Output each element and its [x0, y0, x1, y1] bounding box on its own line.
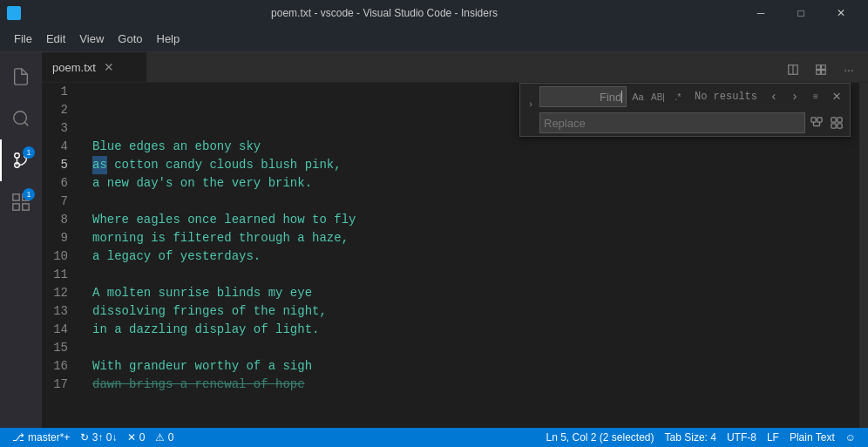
whole-word-button[interactable]: AB| [648, 87, 668, 106]
code-editor[interactable]: › Find Aa AB| .* No results ‹ › ≡ [42, 83, 868, 428]
menu-bar: File Edit View Goto Help [0, 26, 868, 52]
svg-rect-15 [822, 71, 826, 75]
branch-status[interactable]: ⎇ master*+ [7, 428, 75, 447]
code-line-17: dawn brings a renewal of hope [92, 376, 852, 394]
match-case-button[interactable]: Aa [628, 87, 648, 106]
find-cursor [621, 91, 622, 103]
find-close-button[interactable]: ✕ [827, 87, 846, 106]
svg-rect-14 [817, 71, 821, 75]
svg-line-2 [24, 122, 28, 125]
main-layout: 1 1 poem.txt ✕ [0, 52, 868, 428]
code-line-12: A molten sunrise blinds my eye [92, 284, 852, 302]
warnings-status[interactable]: ⚠ 0 [150, 428, 179, 447]
svg-rect-22 [837, 118, 842, 122]
menu-edit[interactable]: Edit [39, 26, 72, 52]
more-actions-button[interactable]: ··· [837, 58, 861, 82]
line-num-15: 15 [42, 339, 75, 357]
branch-icon: ⎇ [12, 431, 24, 444]
code-line-10: a legacy of yesterdays. [92, 247, 852, 266]
find-prev-button[interactable]: ‹ [764, 87, 783, 106]
replace-input-wrap [539, 112, 805, 133]
code-line-9: morning is filtered through a haze, [92, 229, 852, 247]
tab-poem[interactable]: poem.txt ✕ [42, 52, 146, 82]
files-icon[interactable] [0, 56, 42, 98]
sync-label: ↻ 3↑ 0↓ [80, 431, 117, 444]
source-control-icon[interactable]: 1 [0, 139, 42, 181]
find-list-button[interactable]: ≡ [806, 87, 825, 106]
maximize-button[interactable]: □ [781, 0, 821, 26]
position-status[interactable]: Ln 5, Col 2 (2 selected) [540, 428, 659, 447]
window-controls: ─ □ ✕ [741, 0, 861, 26]
tab-bar: poem.txt ✕ · [42, 52, 868, 83]
line-num-7: 7 [42, 193, 75, 211]
close-button[interactable]: ✕ [821, 0, 861, 26]
line-num-11: 11 [42, 266, 75, 284]
menu-file[interactable]: File [7, 26, 39, 52]
svg-rect-17 [817, 118, 822, 122]
minimize-button[interactable]: ─ [741, 0, 781, 26]
language-status[interactable]: Plain Text [784, 428, 840, 447]
sync-status[interactable]: ↻ 3↑ 0↓ [75, 428, 122, 447]
svg-rect-12 [817, 65, 821, 70]
search-icon[interactable] [0, 98, 42, 139]
errors-status[interactable]: ✕ 0 [122, 428, 150, 447]
regex-button[interactable]: .* [668, 87, 688, 106]
extensions-icon[interactable]: 1 [0, 181, 42, 223]
find-result-text: No results [689, 88, 763, 106]
line-num-12: 12 [42, 284, 75, 302]
branch-name: master*+ [28, 431, 70, 444]
code-line-14: in a dazzling display of light. [92, 321, 852, 339]
find-input-wrap: Find [539, 86, 627, 107]
position-label: Ln 5, Col 2 (2 selected) [546, 431, 654, 444]
code-line-4: Blue edges an ebony sky [92, 138, 852, 156]
line-num-2: 2 [42, 101, 75, 119]
editor-layout-button[interactable] [809, 58, 833, 82]
svg-point-1 [14, 112, 27, 125]
tab-close-button[interactable]: ✕ [101, 59, 117, 75]
menu-help[interactable]: Help [150, 26, 187, 52]
title-bar: ≋ poem.txt - vscode - Visual Studio Code… [0, 0, 868, 26]
find-label: Find [600, 88, 621, 106]
line-num-9: 9 [42, 229, 75, 247]
warnings-label: ⚠ 0 [155, 431, 173, 444]
line-num-17: 17 [42, 376, 75, 394]
app-icon: ≋ [7, 6, 21, 20]
feedback-status[interactable]: ☺ [840, 428, 861, 447]
replace-row [520, 110, 850, 136]
menu-view[interactable]: View [72, 26, 111, 52]
line-ending-status[interactable]: LF [762, 428, 784, 447]
find-input[interactable] [544, 91, 600, 104]
split-editor-button[interactable] [781, 58, 805, 82]
line-num-1: 1 [42, 83, 75, 101]
find-next-button[interactable]: › [785, 87, 804, 106]
source-control-badge: 1 [23, 146, 35, 159]
replace-one-button[interactable] [807, 113, 826, 132]
code-line-5: as cotton candy clouds blush pink, [92, 156, 852, 174]
svg-rect-13 [822, 65, 826, 70]
code-line-15 [92, 339, 852, 357]
find-options: Aa AB| .* [628, 87, 688, 106]
vertical-scrollbar[interactable] [859, 83, 868, 428]
replace-buttons [807, 113, 846, 132]
window-title: poem.txt - vscode - Visual Studio Code -… [28, 7, 741, 19]
svg-rect-24 [837, 124, 842, 128]
code-line-13: dissolving fringes of the night, [92, 302, 852, 321]
line-num-5: 5 [42, 156, 75, 174]
code-line-8: Where eagles once learned how to fly [92, 211, 852, 229]
encoding-status[interactable]: UTF-8 [722, 428, 762, 447]
editor-area: poem.txt ✕ · [42, 52, 868, 428]
selection-highlight: as [92, 156, 107, 174]
line-num-4: 4 [42, 138, 75, 156]
tab-size-label: Tab Size: 4 [665, 431, 716, 444]
replace-all-button[interactable] [827, 113, 846, 132]
code-line-11 [92, 266, 852, 284]
status-right: Ln 5, Col 2 (2 selected) Tab Size: 4 UTF… [540, 428, 861, 447]
line-num-3: 3 [42, 119, 75, 138]
encoding-label: UTF-8 [727, 431, 756, 444]
line-num-8: 8 [42, 211, 75, 229]
menu-goto[interactable]: Goto [111, 26, 149, 52]
find-row: › Find Aa AB| .* No results ‹ › ≡ [520, 84, 850, 110]
svg-rect-6 [13, 194, 19, 200]
replace-input[interactable] [544, 117, 801, 130]
tab-size-status[interactable]: Tab Size: 4 [660, 428, 722, 447]
